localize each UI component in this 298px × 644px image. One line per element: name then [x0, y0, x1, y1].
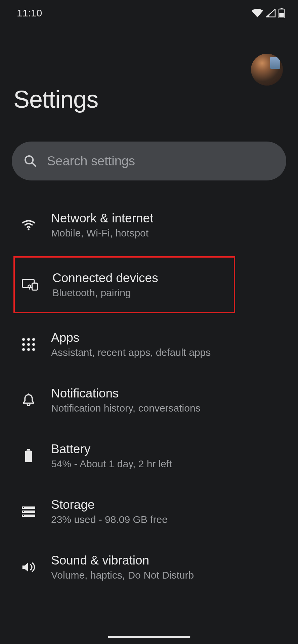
wifi-icon: [20, 217, 37, 233]
svg-rect-2: [279, 13, 284, 17]
setting-title: Notifications: [51, 386, 201, 400]
header: Settings: [0, 20, 298, 113]
svg-rect-12: [27, 449, 30, 450]
setting-subtitle: Notification history, conversations: [51, 402, 201, 414]
svg-line-4: [32, 163, 35, 166]
battery-icon: [279, 8, 285, 18]
devices-icon: [22, 276, 38, 293]
setting-title: Connected devices: [52, 271, 158, 285]
apps-icon: [20, 336, 37, 353]
bell-icon: [20, 392, 37, 409]
svg-rect-1: [281, 8, 283, 9]
setting-title: Network & internet: [51, 211, 153, 225]
svg-rect-7: [32, 283, 37, 290]
cellular-icon: [266, 9, 276, 17]
status-time: 11:10: [17, 7, 42, 19]
setting-title: Sound & vibration: [51, 553, 194, 568]
page-title: Settings: [13, 86, 285, 113]
svg-point-8: [28, 285, 31, 288]
setting-subtitle: 23% used - 98.09 GB free: [51, 514, 168, 525]
setting-item-storage[interactable]: Storage 23% used - 98.09 GB free: [0, 484, 298, 539]
setting-item-apps[interactable]: Apps Assistant, recent apps, default app…: [0, 317, 298, 372]
setting-subtitle: 54% - About 1 day, 2 hr left: [51, 458, 172, 470]
setting-subtitle: Assistant, recent apps, default apps: [51, 347, 211, 358]
avatar[interactable]: [251, 54, 283, 86]
highlight-box: Connected devices Bluetooth, pairing: [13, 256, 235, 313]
settings-list: Network & internet Mobile, Wi-Fi, hotspo…: [0, 197, 298, 595]
search-icon: [24, 154, 37, 168]
wifi-icon: [252, 9, 263, 17]
storage-icon: [20, 503, 37, 520]
setting-subtitle: Mobile, Wi-Fi, hotspot: [51, 227, 153, 239]
volume-icon: [20, 559, 37, 576]
battery-icon: [20, 447, 37, 464]
svg-rect-11: [25, 451, 32, 462]
search-bar[interactable]: Search settings: [12, 142, 286, 180]
status-bar: 11:10: [0, 0, 298, 20]
setting-item-battery[interactable]: Battery 54% - About 1 day, 2 hr left: [0, 428, 298, 484]
setting-title: Apps: [51, 331, 211, 345]
setting-subtitle: Bluetooth, pairing: [52, 287, 158, 299]
setting-title: Storage: [51, 498, 168, 512]
search-placeholder: Search settings: [47, 154, 135, 168]
nav-indicator[interactable]: [108, 636, 190, 638]
setting-title: Battery: [51, 442, 172, 456]
status-icons: [252, 8, 285, 18]
setting-item-notifications[interactable]: Notifications Notification history, conv…: [0, 372, 298, 428]
setting-item-network[interactable]: Network & internet Mobile, Wi-Fi, hotspo…: [0, 197, 298, 253]
setting-subtitle: Volume, haptics, Do Not Disturb: [51, 570, 194, 581]
svg-point-5: [28, 228, 30, 230]
setting-item-connected-devices[interactable]: Connected devices Bluetooth, pairing: [15, 258, 234, 312]
setting-item-sound[interactable]: Sound & vibration Volume, haptics, Do No…: [0, 539, 298, 595]
